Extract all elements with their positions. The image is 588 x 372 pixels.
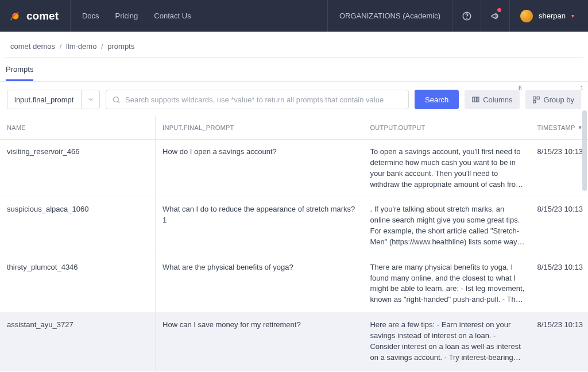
breadcrumb-project[interactable]: llm-demo [66, 42, 96, 51]
table-row[interactable]: suspicious_alpaca_1060What can I do to r… [0, 197, 588, 255]
user-menu[interactable]: sherpan ▾ [510, 10, 579, 22]
top-nav: Docs Pricing Contact Us [82, 11, 191, 20]
breadcrumb-sep: / [60, 42, 62, 51]
cell-output: . If you're talking about stretch marks,… [363, 197, 530, 255]
columns-button[interactable]: Columns 6 [465, 90, 519, 109]
svg-rect-6 [477, 97, 479, 102]
search-button[interactable]: Search [415, 90, 459, 109]
group-icon [532, 95, 540, 103]
columns-label: Columns [483, 95, 512, 104]
vertical-scrollbar[interactable] [582, 110, 587, 191]
chevron-down-icon: ▾ [571, 13, 574, 19]
cell-timestamp: 8/15/23 10:13 [531, 140, 588, 197]
group-by-button[interactable]: Group by 1 [525, 90, 581, 109]
app-header: comet Docs Pricing Contact Us ORGANIZATI… [0, 0, 588, 32]
chevron-down-icon[interactable] [81, 90, 99, 109]
megaphone-icon [490, 11, 501, 21]
col-header-output[interactable]: OUTPUT.OUTPUT [363, 116, 530, 140]
cell-input: What are the physical benefits of yoga? [156, 255, 363, 312]
cell-timestamp: 8/15/23 10:13 [531, 197, 588, 255]
column-divider[interactable] [155, 116, 156, 372]
tab-prompts[interactable]: Prompts [6, 58, 33, 81]
search-icon [112, 95, 121, 104]
user-name: sherpan [539, 11, 566, 20]
svg-rect-7 [533, 97, 535, 99]
notification-badge [497, 8, 501, 12]
nav-pricing[interactable]: Pricing [115, 11, 138, 20]
help-icon [462, 11, 472, 21]
nav-docs[interactable]: Docs [82, 11, 99, 20]
cell-timestamp: 8/15/23 10:13 [531, 313, 588, 370]
cell-output: To open a savings account, you'll first … [363, 140, 530, 197]
notifications-button[interactable] [481, 0, 510, 32]
cell-name: suspicious_alpaca_1060 [0, 197, 156, 255]
breadcrumb-root[interactable]: comet demos [10, 42, 55, 51]
svg-rect-9 [533, 101, 535, 103]
header-right: ORGANIZATIONS (Academic) sherpan ▾ [327, 0, 579, 32]
table-row[interactable]: visiting_reservoir_466How do I open a sa… [0, 140, 588, 197]
nav-contact[interactable]: Contact Us [154, 11, 191, 20]
svg-point-3 [114, 97, 119, 102]
cell-output: There are many physical benefits to yoga… [363, 255, 530, 312]
comet-logo-icon [9, 10, 22, 22]
breadcrumb: comet demos / llm-demo / prompts [5, 32, 583, 58]
cell-input: What can I do to reduce the appearance o… [156, 197, 363, 255]
cell-name: thirsty_plumcot_4346 [0, 255, 156, 312]
group-count: 1 [580, 85, 583, 91]
toolbar: input.final_prompt Search Columns 6 Grou… [0, 82, 588, 116]
svg-rect-8 [537, 97, 539, 99]
brand-area[interactable]: comet [9, 0, 71, 32]
cell-output: Here are a few tips: - Earn interest on … [363, 313, 530, 370]
cell-name: assistant_ayu_3727 [0, 313, 156, 370]
user-avatar [520, 10, 533, 22]
search-field[interactable] [106, 90, 409, 109]
table-row[interactable]: thirsty_plumcot_4346What are the physica… [0, 255, 588, 312]
data-table: NAME INPUT.FINAL_PROMPT OUTPUT.OUTPUT TI… [0, 116, 588, 372]
breadcrumb-current[interactable]: prompts [107, 42, 134, 51]
search-input[interactable] [125, 95, 403, 104]
table-row[interactable]: assistant_ayu_3727How can I save money f… [0, 313, 588, 370]
field-select[interactable]: input.final_prompt [7, 90, 100, 109]
cell-timestamp: 8/15/23 10:13 [531, 255, 588, 312]
table-header-row: NAME INPUT.FINAL_PROMPT OUTPUT.OUTPUT TI… [0, 116, 588, 140]
columns-count: 6 [519, 85, 522, 91]
svg-point-2 [466, 18, 467, 18]
cell-input: How do I open a savings account? [156, 140, 363, 197]
svg-rect-4 [473, 97, 474, 102]
col-header-input[interactable]: INPUT.FINAL_PROMPT [156, 116, 363, 140]
group-label: Group by [544, 95, 574, 104]
col-header-timestamp[interactable]: TIMESTAMP▼ [531, 116, 588, 140]
tab-bar: Prompts [0, 58, 588, 82]
field-select-value: input.final_prompt [7, 90, 81, 109]
cell-input: How can I save money for my retirement? [156, 313, 363, 370]
brand-name: comet [26, 10, 59, 22]
breadcrumb-sep: / [101, 42, 103, 51]
cell-name: visiting_reservoir_466 [0, 140, 156, 197]
columns-icon [471, 95, 479, 103]
org-selector[interactable]: ORGANIZATIONS (Academic) [327, 0, 452, 32]
svg-rect-5 [475, 97, 477, 102]
col-header-name[interactable]: NAME [0, 116, 156, 140]
help-button[interactable] [452, 0, 481, 32]
